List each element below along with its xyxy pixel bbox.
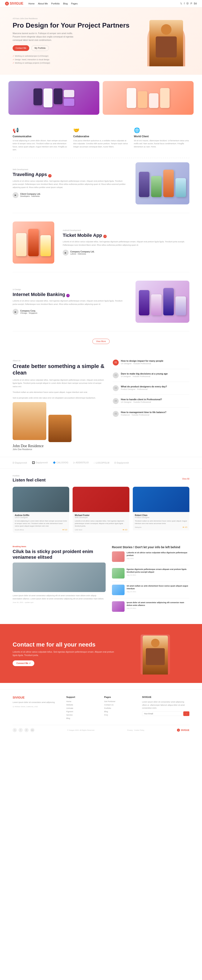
faq-answer-3: Product Designer · Professional [121, 388, 167, 390]
post-text-2: Egestas dignissim pellentesque ornare al… [127, 568, 189, 579]
testimonial-stars-1: ★ 5.0 [62, 529, 67, 531]
testimonials-grid: Andrew Griffin UI/UX Designer Ut erat ad… [13, 487, 189, 533]
logo-3: 🔷 CALOOOG [53, 461, 68, 464]
cta-button[interactable]: Connect Me ↗ [13, 660, 34, 666]
projects-section: Web Development Travelling Apps ↗ Lobort… [0, 158, 202, 353]
client-name-2: Company Company Ltd. [70, 251, 94, 253]
footer-link-figment[interactable]: Figment [66, 711, 98, 713]
nav-home[interactable]: Home [29, 2, 35, 5]
nav-pages[interactable]: Pages [71, 2, 78, 5]
testimonial-3: Robert Chen Product Designer Tincidunt n… [133, 487, 189, 533]
about-images [13, 402, 104, 442]
footer-facebook-icon[interactable]: f [19, 728, 23, 732]
footer-support-links: Home Website Animate Figment Service Blo… [66, 700, 98, 719]
service-title-1: Communicative [13, 135, 68, 138]
footer-support-col: Support Home Website Animate Figment Ser… [66, 696, 98, 721]
project-info-1: Web Development Travelling Apps ↗ Lobort… [13, 169, 127, 198]
faq-item-4[interactable]: 04 How to handle client in Professional?… [113, 398, 189, 407]
about-signature: John Doe Residence [13, 444, 104, 448]
view-all-link[interactable]: View All [182, 478, 189, 480]
project-image-1[interactable] [135, 162, 189, 204]
nav-portfolio[interactable]: Portfolio [51, 2, 60, 5]
footer-logo-bottom: S SIVIGUE [177, 729, 189, 732]
project-title-3: Internet Mobile Banking [13, 292, 65, 297]
client-logo-2: ▶ [63, 250, 68, 256]
project-badge-2: ↗ [103, 235, 107, 238]
nav-about[interactable]: About Me [38, 2, 48, 5]
portfolio-card-2[interactable] [103, 81, 194, 115]
portfolio-button[interactable]: My Portfolio [31, 45, 49, 51]
faq-item-1[interactable]: 01 How to design impact for many people … [113, 360, 189, 369]
dribbble-icon[interactable]: ⦿ [186, 2, 189, 5]
footer-twitter-icon[interactable]: 𝕏 [13, 728, 17, 732]
testimonial-stars-3: ★ 4.5 [183, 526, 187, 528]
newsletter-button[interactable]: → [183, 711, 189, 716]
footer-pinterest-icon[interactable]: P [24, 728, 29, 732]
footer-link-animate[interactable]: Animate [66, 707, 98, 709]
client-logo-3: ▶ [13, 309, 19, 315]
footer-link-service[interactable]: Service [66, 714, 98, 716]
project-image-3[interactable] [135, 281, 189, 323]
service-communicative: 📢 Communicative Ut erat adipiscing in Lo… [13, 127, 68, 151]
recent-post-3[interactable]: Sit amet nullam ac ante elementum fusce … [112, 585, 189, 598]
pinterest-icon[interactable]: P [191, 2, 192, 5]
faq-number-2: 02 [113, 372, 119, 378]
site-logo[interactable]: S SIVIGUE [5, 2, 23, 5]
testimonial-name-2: Michael Foster [75, 514, 127, 516]
project-row-3: UI Design Internet Mobile Banking ↗ Lobo… [13, 281, 189, 331]
about-title: Create better something a simple & clean [13, 363, 104, 376]
recent-post-2[interactable]: Egestas dignissim pellentesque ornare al… [112, 568, 189, 582]
project-title-1: Travelling Apps [13, 172, 47, 177]
recent-post-4[interactable]: Ipsum dolor sit amet consectetur adipisc… [112, 601, 189, 615]
footer-link-website[interactable]: Website [66, 704, 98, 706]
behance-icon[interactable]: Bē [194, 2, 197, 5]
testimonial-image-2 [73, 487, 129, 512]
about-section: About Us Create better something a simpl… [0, 353, 202, 457]
footer-link-home[interactable]: Home [66, 700, 98, 703]
about-desc-3: Sed ut perspiciatis unde omnis iste natu… [13, 396, 104, 399]
about-desc-1: Lobortis et sit ultrice varius vulputate… [13, 379, 104, 388]
logo-2: 🔲 Dapipremit [32, 461, 48, 464]
faq-answer-4: UX Designer · Youtube Professional [121, 401, 162, 403]
portfolio-card-1[interactable] [8, 81, 99, 115]
faq-answer-2: UI Designer · Youtube Professional [121, 375, 168, 377]
testimonial-image-1 [13, 487, 69, 512]
about-image-1 [13, 402, 46, 440]
footer-tagline: Lorem ipsum dolor sit consectetur amet a… [13, 701, 60, 704]
feature-1: Working on website/project (UX/Design) [13, 54, 143, 58]
blog-title: Ciluk ba is sticky post proident enim ve… [13, 549, 106, 560]
footer-newsletter: → [142, 711, 189, 716]
footer-pages-link-2[interactable]: Contact Us [104, 704, 136, 706]
footer-bottom: 𝕏 f P Bē © Sivigue 2023. All Rights Rese… [13, 725, 189, 732]
view-more-link[interactable]: View More [92, 339, 110, 344]
project-desc-1: Lobortis et sit ultrice varius vulputate… [13, 180, 127, 189]
footer-privacy: Privacy · Cookie Policy [127, 729, 144, 731]
recent-post-1[interactable]: Lobortis et sit ultrice varius vulputate… [112, 551, 189, 565]
footer-pages-link-3[interactable]: Portfolio [104, 707, 136, 709]
client-name-1: Client Company Ltd. [20, 193, 41, 195]
footer-pages-link-5[interactable]: FAQ [104, 714, 136, 716]
nav-blog[interactable]: Blog [63, 2, 68, 5]
project-image-2[interactable] [13, 221, 54, 264]
twitter-icon[interactable]: 𝕏 [180, 2, 182, 5]
footer-pages-link-1[interactable]: Get Portioner [104, 700, 136, 703]
cta-description: Lobortis et sit ultrice varius vulputate… [13, 650, 115, 657]
footer-pages-link-4[interactable]: Blog [104, 711, 136, 713]
footer-link-blog[interactable]: Blog [66, 717, 98, 719]
logo-4: ▷ ADDISTILIO [73, 461, 89, 464]
faq-number-1: 01 [113, 360, 119, 366]
faq-item-3[interactable]: 03 What do product designers do every da… [113, 385, 189, 395]
newsletter-input[interactable] [142, 711, 183, 716]
hero-image [143, 16, 189, 66]
contact-button[interactable]: Contact Me [13, 45, 29, 51]
feature-3: Working on web/app projects (UX/Design) [13, 61, 143, 65]
faq-item-2[interactable]: 02 Dare to make big decisions at a young… [113, 372, 189, 382]
hero-section: All Fans John Doe Residence Pro Design f… [0, 7, 202, 75]
facebook-icon[interactable]: f [184, 2, 185, 5]
footer-behance-icon[interactable]: Bē [30, 728, 35, 732]
project-tag-3: UI Design [13, 288, 127, 291]
footer-social-col: SIVIGUE Lorem ipsum dolor sit consectetu… [142, 696, 189, 721]
faq-item-5[interactable]: 05 How to management time to life balanc… [113, 411, 189, 420]
about-image-2 [48, 415, 72, 442]
about-right: 01 How to design impact for many people … [113, 360, 189, 451]
